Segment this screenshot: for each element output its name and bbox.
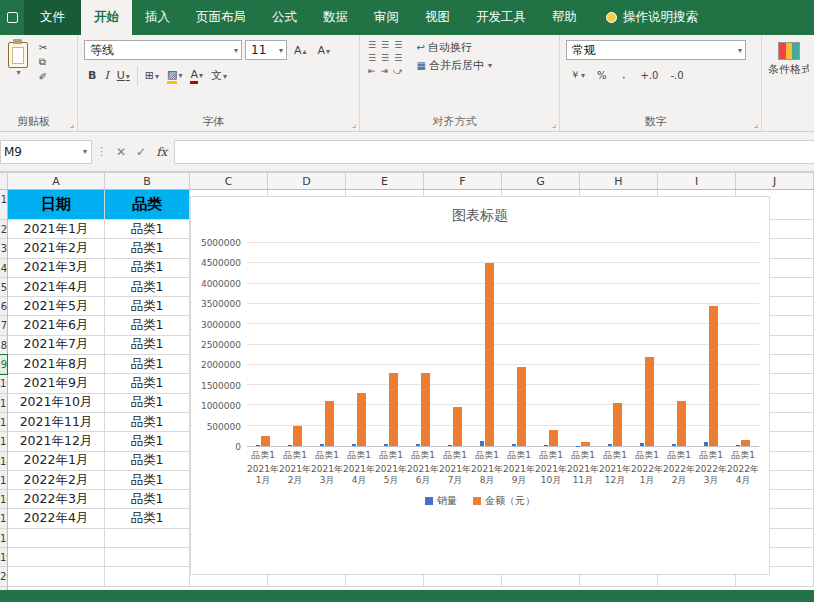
row-number-11[interactable]: 11 (0, 394, 7, 413)
cell[interactable]: 2022年2月 (8, 471, 105, 490)
decrease-indent-icon[interactable]: ⇤ (366, 66, 378, 77)
cell[interactable]: 品类1 (105, 394, 190, 413)
decrease-font-size-button[interactable]: A▾ (314, 42, 335, 59)
bar-金额（元）[interactable] (453, 407, 462, 446)
align-top-icon[interactable]: ☰ (366, 40, 378, 50)
bar-金额（元）[interactable] (709, 306, 718, 446)
orientation-icon[interactable]: ⤻ (391, 66, 405, 77)
bar-金额（元）[interactable] (613, 403, 622, 446)
column-header-J[interactable]: J (736, 173, 814, 189)
cell[interactable] (105, 567, 190, 586)
ribbon-tab-home[interactable]: 开始 (81, 0, 132, 35)
row-number-12[interactable]: 12 (0, 413, 7, 432)
select-all-corner[interactable] (0, 173, 8, 189)
copy-button[interactable]: ⧉ (36, 55, 50, 69)
column-header-C[interactable]: C (190, 173, 268, 189)
cell[interactable]: 品类1 (105, 278, 190, 297)
cell[interactable] (105, 548, 190, 567)
column-header-E[interactable]: E (346, 173, 424, 189)
font-color-button[interactable]: A▾ (186, 66, 207, 86)
conditional-format-group[interactable]: 条件格式 (762, 35, 814, 131)
row-number-18[interactable]: 18 (0, 529, 7, 548)
bold-button[interactable]: B (84, 67, 100, 84)
ribbon-tab-insert[interactable]: 插入 (132, 0, 183, 35)
cell[interactable]: 2021年9月 (8, 374, 105, 393)
row-number-1[interactable]: 1 (0, 190, 7, 220)
ribbon-tab-help[interactable]: 帮助 (539, 0, 590, 35)
increase-font-size-button[interactable]: A▴ (290, 42, 311, 59)
bar-销量[interactable] (608, 444, 612, 446)
cell[interactable]: 2021年8月 (8, 355, 105, 374)
row-number-19[interactable]: 19 (0, 548, 7, 567)
enter-button[interactable]: ✓ (131, 145, 151, 159)
cell[interactable]: 2022年1月 (8, 452, 105, 471)
ribbon-tab-view[interactable]: 视图 (412, 0, 463, 35)
align-left-icon[interactable]: ☰ (366, 53, 378, 63)
bar-金额（元）[interactable] (389, 373, 398, 446)
bar-金额（元）[interactable] (293, 426, 302, 446)
cell[interactable]: 品类1 (105, 355, 190, 374)
formula-input[interactable] (174, 140, 814, 164)
cell[interactable]: 品类1 (105, 316, 190, 335)
insert-function-button[interactable]: fx (151, 145, 172, 159)
header-cell[interactable]: 品类 (105, 190, 190, 220)
bar-销量[interactable] (640, 443, 644, 446)
phonetic-guide-button[interactable]: 文▾ (207, 66, 231, 85)
bar-金额（元）[interactable] (517, 367, 526, 446)
column-header-G[interactable]: G (502, 173, 580, 189)
cell[interactable]: 2021年12月 (8, 432, 105, 451)
cell[interactable]: 2021年1月 (8, 220, 105, 239)
legend-item[interactable]: 销量 (425, 494, 457, 508)
cell[interactable]: 品类1 (105, 452, 190, 471)
bar-金额（元）[interactable] (325, 401, 334, 446)
bar-金额（元）[interactable] (581, 442, 590, 446)
ribbon-tab-review[interactable]: 审阅 (361, 0, 412, 35)
row-number-2[interactable]: 2 (0, 220, 7, 239)
align-right-icon[interactable]: ☰ (392, 53, 404, 63)
row-number-5[interactable]: 5 (0, 278, 7, 297)
italic-button[interactable]: I (100, 67, 112, 84)
cell[interactable] (8, 529, 105, 548)
percent-style-button[interactable]: % (593, 68, 611, 83)
bar-销量[interactable] (544, 445, 548, 446)
column-header-A[interactable]: A (8, 173, 105, 189)
dialog-launcher-icon[interactable]: ⌟ (70, 119, 74, 129)
column-header-B[interactable]: B (105, 173, 190, 189)
align-middle-icon[interactable]: ☰ (379, 40, 391, 50)
chart[interactable]: 图表标题 05000001000000150000020000002500000… (190, 196, 770, 575)
format-painter-button[interactable]: ✐ (36, 70, 50, 83)
cell[interactable]: 品类1 (105, 413, 190, 432)
underline-button[interactable]: U▾ (113, 67, 134, 84)
name-box[interactable]: M9 ▾ (0, 140, 92, 164)
column-header-D[interactable]: D (268, 173, 346, 189)
row-number-20[interactable]: 20 (0, 567, 7, 586)
bar-销量[interactable] (256, 445, 260, 446)
cell[interactable]: 品类1 (105, 297, 190, 316)
bar-销量[interactable] (448, 445, 452, 446)
row-number-4[interactable]: 4 (0, 259, 7, 278)
column-header-I[interactable]: I (658, 173, 736, 189)
ribbon-tab-file[interactable]: 文件 (24, 0, 81, 35)
cell[interactable]: 2021年4月 (8, 278, 105, 297)
borders-button[interactable]: ⊞▾ (141, 67, 163, 84)
cell[interactable]: 2022年3月 (8, 490, 105, 509)
align-center-icon[interactable]: ☰ (379, 53, 391, 63)
row-number-9[interactable]: 9 (0, 355, 7, 374)
row-number-3[interactable]: 3 (0, 239, 7, 258)
ribbon-tab-developer[interactable]: 开发工具 (463, 0, 539, 35)
bar-销量[interactable] (384, 444, 388, 446)
align-bottom-icon[interactable]: ☰ (392, 40, 404, 50)
bar-销量[interactable] (288, 445, 292, 446)
cell[interactable]: 2021年6月 (8, 316, 105, 335)
cell[interactable]: 品类1 (105, 259, 190, 278)
row-number-10[interactable]: 10 (0, 374, 7, 393)
cell[interactable]: 品类1 (105, 432, 190, 451)
cell[interactable]: 品类1 (105, 220, 190, 239)
ribbon-tab-formulas[interactable]: 公式 (259, 0, 310, 35)
bar-销量[interactable] (352, 444, 356, 446)
cell[interactable]: 2021年2月 (8, 239, 105, 258)
tell-me-search[interactable]: 操作说明搜索 (606, 0, 698, 35)
dialog-launcher-icon[interactable]: ⌟ (754, 119, 758, 129)
row-number-6[interactable]: 6 (0, 297, 7, 316)
cancel-button[interactable]: ✕ (111, 145, 131, 159)
